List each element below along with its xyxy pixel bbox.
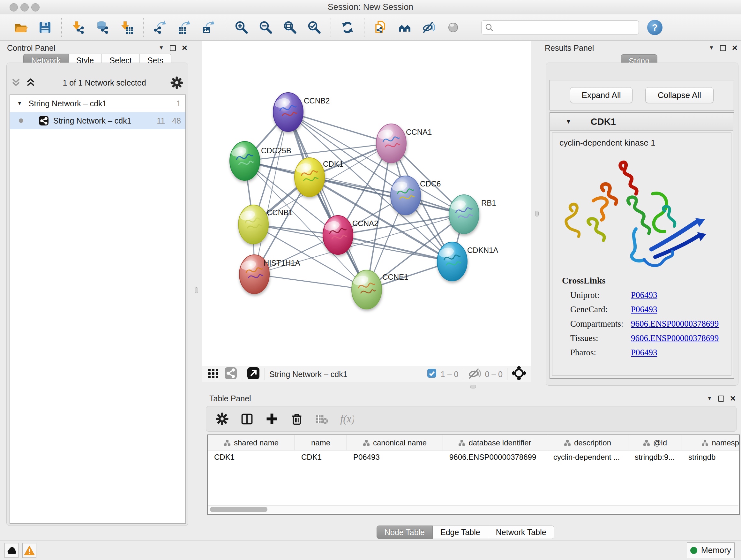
column-header-shared-name[interactable]: shared name (208, 435, 295, 450)
control-panel-float-icon[interactable] (170, 45, 176, 51)
collapse-all-icon[interactable] (11, 77, 23, 88)
first-neighbors-icon[interactable] (397, 19, 413, 36)
left-splitter[interactable] (191, 41, 202, 527)
crosslink-link[interactable]: P06493 (631, 290, 657, 300)
gear-icon[interactable] (215, 412, 229, 426)
column-header-name[interactable]: name (295, 435, 347, 450)
selected-checkbox-icon[interactable] (427, 368, 437, 380)
table-toolbar: f(x) (206, 406, 737, 432)
section-collapse-icon[interactable]: ▼ (565, 118, 571, 125)
network-node-CCNB2[interactable] (273, 92, 303, 132)
network-node-CDC6[interactable] (391, 176, 421, 215)
fx-icon: f(x) (340, 412, 354, 426)
expand-all-icon[interactable] (25, 77, 38, 88)
save-session-icon[interactable] (37, 19, 53, 36)
protein-structure-image (556, 150, 728, 274)
network-name: String Network – cdk1 (53, 116, 150, 125)
table-row[interactable]: CDK1CDK1P064939606.ENSP00000378699cyclin… (208, 450, 739, 464)
results-panel-close-icon[interactable]: ✕ (732, 44, 738, 52)
export-network-icon[interactable] (152, 19, 168, 36)
gene-section-header[interactable]: ▼ CDK1 (550, 113, 733, 131)
import-network-file-icon[interactable] (70, 19, 86, 36)
network-count: 48 (172, 116, 181, 125)
network-tree-item[interactable]: ▼String Network – cdk11 (10, 95, 185, 112)
crosslink-link[interactable]: 9606.ENSP00000378699 (631, 319, 719, 329)
control-panel-menu-icon[interactable]: ▼ (158, 45, 164, 51)
cell-name[interactable]: CDK1 (295, 453, 347, 462)
tab-edge-table[interactable]: Edge Table (433, 525, 488, 539)
column-type-icon (643, 439, 650, 446)
cell-description[interactable]: cyclin-dependent ... (547, 453, 628, 462)
hide-selected-icon[interactable] (421, 19, 437, 36)
zoom-fit-icon[interactable] (282, 19, 298, 36)
collapse-all-button[interactable]: Collapse All (645, 87, 714, 103)
open-session-icon[interactable] (13, 19, 29, 36)
expand-all-button[interactable]: Expand All (570, 87, 632, 103)
cell-database-identifier[interactable]: 9606.ENSP00000378699 (443, 453, 547, 462)
tree-expander-icon[interactable]: ▼ (17, 100, 22, 107)
show-all-icon[interactable] (446, 19, 461, 36)
cell-@id[interactable]: stringdb:9... (628, 453, 682, 462)
table-panel-menu-icon[interactable]: ▼ (707, 395, 712, 401)
network-node-CDC25B[interactable] (230, 141, 260, 180)
column-header-database-identifier[interactable]: database identifier (443, 435, 547, 450)
network-node-CDKN1A[interactable] (437, 242, 467, 281)
add-column-icon[interactable] (265, 412, 279, 426)
network-canvas[interactable]: CCNB2 CCNA1 CDC25B CDK1 CDC6 RB1 CCNB1 (202, 41, 531, 366)
network-tree-item[interactable]: String Network – cdk11148 (10, 112, 185, 129)
right-splitter[interactable] (531, 41, 542, 385)
crosslink-row: GeneCard: P06493 (570, 305, 731, 314)
network-options-gear-icon[interactable] (171, 76, 183, 89)
new-network-from-selection-icon[interactable] (373, 19, 389, 36)
column-header-canonical-name[interactable]: canonical name (347, 435, 443, 450)
crosslink-link[interactable]: P06493 (631, 305, 657, 314)
crosslink-link[interactable]: P06493 (631, 348, 657, 358)
network-node-CCNA1[interactable] (376, 124, 406, 163)
network-node-CCNA2[interactable] (323, 215, 353, 254)
memory-button[interactable]: Memory (687, 543, 735, 558)
tab-node-table[interactable]: Node Table (377, 525, 433, 539)
table-horizontal-scrollbar[interactable] (208, 505, 738, 513)
zoom-in-icon[interactable] (233, 19, 250, 36)
grid-view-icon[interactable] (207, 367, 219, 381)
results-panel-float-icon[interactable] (720, 45, 726, 51)
search-box[interactable] (481, 20, 639, 35)
cell-shared-name[interactable]: CDK1 (208, 453, 295, 462)
crosslink-label: Pharos: (570, 348, 631, 358)
import-table-icon[interactable] (119, 19, 135, 36)
zoom-selected-icon[interactable] (307, 19, 322, 36)
birdseye-view-icon[interactable] (512, 366, 526, 382)
network-node-CCNB1[interactable] (239, 205, 268, 244)
crosslink-row: Uniprot: P06493 (570, 290, 731, 300)
export-image-icon[interactable] (200, 19, 216, 36)
column-header-@id[interactable]: @id (628, 435, 682, 450)
network-node-CCNE1[interactable] (352, 270, 382, 309)
table-panel-float-icon[interactable] (718, 395, 724, 401)
tab-network-table[interactable]: Network Table (488, 525, 554, 539)
export-table-icon[interactable] (176, 19, 192, 36)
network-node-RB1[interactable] (449, 195, 479, 234)
split-columns-icon[interactable] (240, 412, 254, 426)
results-panel-menu-icon[interactable]: ▼ (709, 45, 714, 51)
import-network-database-icon[interactable] (94, 19, 111, 36)
help-button[interactable]: ? (647, 20, 663, 35)
update-icon[interactable] (340, 19, 355, 36)
delete-table-icon (315, 412, 329, 426)
crosslink-link[interactable]: 9606.ENSP00000378699 (631, 333, 719, 343)
search-input[interactable] (494, 23, 635, 32)
network-node-CDK1[interactable] (294, 158, 325, 197)
column-header-namespace[interactable]: namespace (682, 435, 740, 450)
control-panel-close-icon[interactable]: ✕ (182, 44, 188, 52)
open-in-new-window-icon[interactable] (247, 367, 260, 382)
cell-canonical-name[interactable]: P06493 (347, 453, 443, 462)
column-header-description[interactable]: description (547, 435, 628, 450)
hidden-eye-icon[interactable] (468, 367, 482, 381)
delete-column-icon[interactable] (290, 412, 304, 426)
string-network-badge-icon[interactable] (224, 367, 238, 382)
cell-namespace[interactable]: stringdb (682, 453, 740, 462)
table-panel-close-icon[interactable]: ✕ (730, 395, 736, 402)
hidden-count: 0 – 0 (485, 370, 502, 379)
warning-button[interactable] (22, 543, 37, 558)
cloud-button[interactable] (4, 543, 18, 558)
zoom-out-icon[interactable] (258, 19, 274, 36)
